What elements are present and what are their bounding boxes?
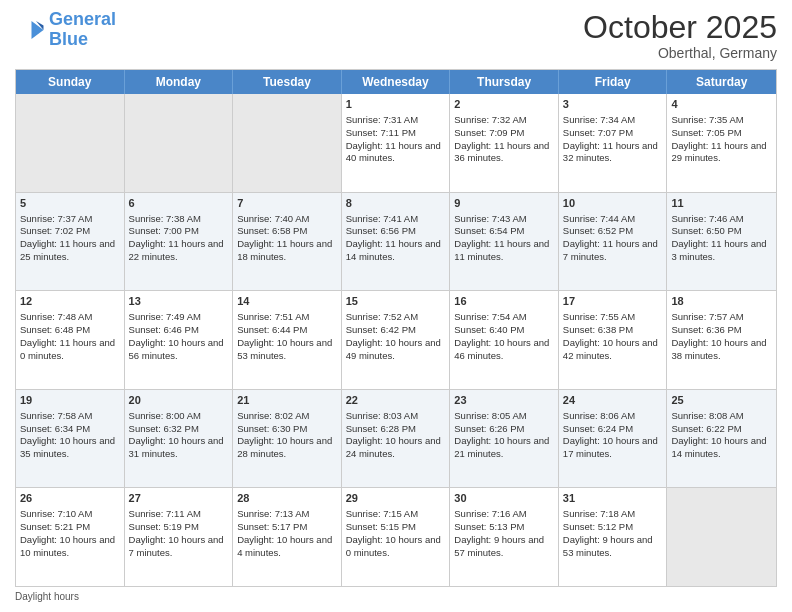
calendar-body: 1Sunrise: 7:31 AMSunset: 7:11 PMDaylight… (16, 94, 776, 586)
sunrise-text: Sunrise: 7:55 AM (563, 311, 663, 324)
day-of-week-tuesday: Tuesday (233, 70, 342, 94)
day-number: 9 (454, 196, 554, 211)
calendar-week-4: 19Sunrise: 7:58 AMSunset: 6:34 PMDayligh… (16, 390, 776, 489)
sunset-text: Sunset: 7:07 PM (563, 127, 663, 140)
calendar-cell: 22Sunrise: 8:03 AMSunset: 6:28 PMDayligh… (342, 390, 451, 488)
sunrise-text: Sunrise: 7:46 AM (671, 213, 772, 226)
sunset-text: Sunset: 6:22 PM (671, 423, 772, 436)
calendar-cell: 13Sunrise: 7:49 AMSunset: 6:46 PMDayligh… (125, 291, 234, 389)
sunset-text: Sunset: 6:36 PM (671, 324, 772, 337)
title-block: October 2025 Oberthal, Germany (583, 10, 777, 61)
calendar-header: SundayMondayTuesdayWednesdayThursdayFrid… (16, 70, 776, 94)
calendar-cell: 8Sunrise: 7:41 AMSunset: 6:56 PMDaylight… (342, 193, 451, 291)
sunset-text: Sunset: 6:38 PM (563, 324, 663, 337)
day-number: 31 (563, 491, 663, 506)
daylight-text: Daylight: 11 hours and 29 minutes. (671, 140, 772, 166)
day-number: 19 (20, 393, 120, 408)
calendar-cell: 11Sunrise: 7:46 AMSunset: 6:50 PMDayligh… (667, 193, 776, 291)
day-number: 10 (563, 196, 663, 211)
sunset-text: Sunset: 6:50 PM (671, 225, 772, 238)
daylight-text: Daylight: 10 hours and 28 minutes. (237, 435, 337, 461)
daylight-text: Daylight: 11 hours and 22 minutes. (129, 238, 229, 264)
calendar-cell (125, 94, 234, 192)
calendar-cell (233, 94, 342, 192)
sunrise-text: Sunrise: 7:37 AM (20, 213, 120, 226)
day-number: 6 (129, 196, 229, 211)
day-number: 16 (454, 294, 554, 309)
day-number: 3 (563, 97, 663, 112)
daylight-text: Daylight: 10 hours and 17 minutes. (563, 435, 663, 461)
daylight-text: Daylight: 11 hours and 36 minutes. (454, 140, 554, 166)
sunset-text: Sunset: 7:11 PM (346, 127, 446, 140)
daylight-text: Daylight: 10 hours and 35 minutes. (20, 435, 120, 461)
calendar-cell: 1Sunrise: 7:31 AMSunset: 7:11 PMDaylight… (342, 94, 451, 192)
sunrise-text: Sunrise: 7:34 AM (563, 114, 663, 127)
calendar-cell: 16Sunrise: 7:54 AMSunset: 6:40 PMDayligh… (450, 291, 559, 389)
sunset-text: Sunset: 6:48 PM (20, 324, 120, 337)
sunset-text: Sunset: 6:24 PM (563, 423, 663, 436)
sunrise-text: Sunrise: 7:41 AM (346, 213, 446, 226)
sunset-text: Sunset: 6:52 PM (563, 225, 663, 238)
calendar-cell: 21Sunrise: 8:02 AMSunset: 6:30 PMDayligh… (233, 390, 342, 488)
calendar-cell: 27Sunrise: 7:11 AMSunset: 5:19 PMDayligh… (125, 488, 234, 586)
sunrise-text: Sunrise: 7:52 AM (346, 311, 446, 324)
calendar-cell: 28Sunrise: 7:13 AMSunset: 5:17 PMDayligh… (233, 488, 342, 586)
calendar-cell: 19Sunrise: 7:58 AMSunset: 6:34 PMDayligh… (16, 390, 125, 488)
sunrise-text: Sunrise: 7:43 AM (454, 213, 554, 226)
daylight-text: Daylight: 10 hours and 56 minutes. (129, 337, 229, 363)
footer-note: Daylight hours (15, 591, 777, 602)
logo-line1: General (49, 9, 116, 29)
day-number: 22 (346, 393, 446, 408)
calendar-cell: 2Sunrise: 7:32 AMSunset: 7:09 PMDaylight… (450, 94, 559, 192)
sunrise-text: Sunrise: 8:02 AM (237, 410, 337, 423)
daylight-text: Daylight: 11 hours and 40 minutes. (346, 140, 446, 166)
calendar-week-2: 5Sunrise: 7:37 AMSunset: 7:02 PMDaylight… (16, 193, 776, 292)
day-number: 26 (20, 491, 120, 506)
sunrise-text: Sunrise: 8:00 AM (129, 410, 229, 423)
day-number: 7 (237, 196, 337, 211)
sunrise-text: Sunrise: 7:32 AM (454, 114, 554, 127)
sunset-text: Sunset: 6:32 PM (129, 423, 229, 436)
page: General Blue October 2025 Oberthal, Germ… (0, 0, 792, 612)
daylight-text: Daylight: 10 hours and 42 minutes. (563, 337, 663, 363)
sunrise-text: Sunrise: 8:03 AM (346, 410, 446, 423)
daylight-text: Daylight: 11 hours and 3 minutes. (671, 238, 772, 264)
logo-text: General Blue (49, 10, 116, 50)
sunrise-text: Sunrise: 8:05 AM (454, 410, 554, 423)
day-of-week-saturday: Saturday (667, 70, 776, 94)
sunrise-text: Sunrise: 7:31 AM (346, 114, 446, 127)
calendar-cell: 20Sunrise: 8:00 AMSunset: 6:32 PMDayligh… (125, 390, 234, 488)
daylight-text: Daylight: 11 hours and 32 minutes. (563, 140, 663, 166)
day-number: 27 (129, 491, 229, 506)
sunrise-text: Sunrise: 7:10 AM (20, 508, 120, 521)
daylight-text: Daylight: 10 hours and 10 minutes. (20, 534, 120, 560)
sunset-text: Sunset: 6:56 PM (346, 225, 446, 238)
sunset-text: Sunset: 6:26 PM (454, 423, 554, 436)
calendar-week-3: 12Sunrise: 7:48 AMSunset: 6:48 PMDayligh… (16, 291, 776, 390)
day-number: 8 (346, 196, 446, 211)
day-number: 1 (346, 97, 446, 112)
calendar-cell: 31Sunrise: 7:18 AMSunset: 5:12 PMDayligh… (559, 488, 668, 586)
svg-marker-0 (32, 21, 44, 39)
calendar-cell: 7Sunrise: 7:40 AMSunset: 6:58 PMDaylight… (233, 193, 342, 291)
daylight-text: Daylight: 11 hours and 0 minutes. (20, 337, 120, 363)
day-number: 13 (129, 294, 229, 309)
calendar-cell: 18Sunrise: 7:57 AMSunset: 6:36 PMDayligh… (667, 291, 776, 389)
sunrise-text: Sunrise: 7:58 AM (20, 410, 120, 423)
day-number: 15 (346, 294, 446, 309)
day-number: 12 (20, 294, 120, 309)
day-number: 5 (20, 196, 120, 211)
sunrise-text: Sunrise: 7:48 AM (20, 311, 120, 324)
daylight-text: Daylight: 10 hours and 46 minutes. (454, 337, 554, 363)
calendar-cell: 12Sunrise: 7:48 AMSunset: 6:48 PMDayligh… (16, 291, 125, 389)
day-number: 25 (671, 393, 772, 408)
calendar-cell: 4Sunrise: 7:35 AMSunset: 7:05 PMDaylight… (667, 94, 776, 192)
sunset-text: Sunset: 7:05 PM (671, 127, 772, 140)
sunrise-text: Sunrise: 7:11 AM (129, 508, 229, 521)
day-of-week-friday: Friday (559, 70, 668, 94)
day-number: 21 (237, 393, 337, 408)
day-number: 18 (671, 294, 772, 309)
day-of-week-thursday: Thursday (450, 70, 559, 94)
daylight-text: Daylight: 11 hours and 11 minutes. (454, 238, 554, 264)
calendar-week-1: 1Sunrise: 7:31 AMSunset: 7:11 PMDaylight… (16, 94, 776, 193)
